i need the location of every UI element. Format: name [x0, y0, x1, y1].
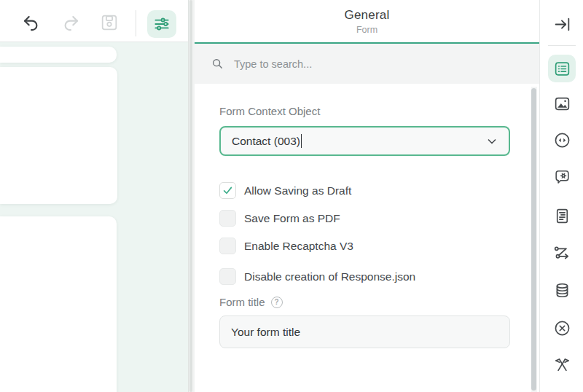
collapse-panel-icon	[553, 15, 571, 34]
tab-workflow[interactable]	[549, 240, 575, 266]
panel-header: General Form	[195, 0, 539, 44]
canvas-scrollbar-thumb[interactable]	[189, 0, 192, 392]
checkbox-group: Allow Saving as Draft Save Form as PDF	[219, 182, 510, 285]
toolbar	[0, 0, 188, 42]
toolbar-divider	[136, 10, 136, 36]
document-icon	[553, 207, 571, 225]
checkbox-label: Disable creation of Response.json	[244, 270, 415, 283]
chevron-down-icon	[485, 135, 498, 148]
image-icon	[553, 95, 571, 113]
close-circle-icon	[553, 319, 571, 337]
right-icon-sidebar	[539, 0, 583, 392]
canvas-card	[0, 216, 117, 392]
form-settings-button[interactable]	[147, 10, 176, 38]
general-settings-icon	[553, 60, 571, 78]
page-title: General	[195, 8, 539, 23]
tab-close-actions[interactable]	[549, 315, 575, 341]
checkbox-label: Enable Recaptcha V3	[244, 240, 353, 253]
checkbox-box[interactable]	[219, 210, 236, 227]
tab-document[interactable]	[549, 203, 575, 229]
panel-body: Form Context Object Contact (003)	[195, 84, 539, 391]
checkbox-disable-response-json[interactable]: Disable creation of Response.json	[219, 268, 510, 285]
checkbox-save-pdf[interactable]: Save Form as PDF	[219, 210, 510, 227]
tab-finish[interactable]	[549, 351, 575, 377]
form-title-input[interactable]: Your form title	[219, 315, 510, 348]
undo-button[interactable]	[20, 12, 42, 34]
redo-icon	[61, 13, 81, 33]
text-caret	[301, 134, 302, 148]
tab-general-settings[interactable]	[548, 55, 576, 82]
tab-comment-settings[interactable]	[549, 163, 575, 189]
context-object-label: Form Context Object	[219, 105, 510, 118]
tab-media-toggle[interactable]	[549, 127, 575, 153]
form-title-value: Your form title	[231, 326, 300, 339]
undo-icon	[21, 13, 41, 33]
settings-sliders-icon	[152, 15, 171, 34]
checkbox-recaptcha[interactable]: Enable Recaptcha V3	[219, 238, 510, 254]
search-placeholder: Type to search...	[234, 58, 312, 70]
canvas-card	[0, 47, 117, 63]
form-title-field: Form title ? Your form title	[219, 296, 510, 348]
redo-button[interactable]	[60, 12, 82, 34]
media-toggle-icon	[553, 131, 571, 149]
context-object-value: Contact (003)	[232, 135, 300, 148]
database-icon	[553, 281, 571, 299]
context-object-select[interactable]: Contact (003)	[219, 126, 510, 156]
canvas-card	[0, 67, 117, 204]
check-icon	[222, 185, 233, 196]
page-subtitle: Form	[195, 25, 539, 35]
comment-settings-icon	[553, 168, 571, 186]
checkbox-box[interactable]	[219, 182, 236, 199]
form-title-label: Form title	[219, 296, 265, 309]
tab-images[interactable]	[549, 90, 575, 117]
save-button[interactable]	[98, 12, 120, 34]
panel-scrollbar[interactable]	[531, 87, 537, 392]
checkbox-box[interactable]	[219, 238, 236, 254]
help-icon[interactable]: ?	[271, 297, 283, 308]
tab-data-source[interactable]	[549, 277, 575, 303]
search-input[interactable]: Type to search...	[195, 44, 539, 84]
checkbox-allow-saving-draft[interactable]: Allow Saving as Draft	[219, 182, 510, 199]
settings-panel: General Form Type to search... Form Cont…	[195, 0, 539, 392]
save-icon	[99, 12, 120, 33]
form-canvas	[0, 42, 188, 392]
workflow-icon	[552, 243, 571, 262]
search-icon	[211, 57, 224, 71]
panel-scrollbar-thumb[interactable]	[531, 88, 536, 391]
checkbox-box[interactable]	[219, 268, 236, 285]
checkbox-label: Save Form as PDF	[244, 212, 340, 225]
sidebar-divider	[548, 45, 576, 46]
checkbox-label: Allow Saving as Draft	[244, 184, 351, 197]
finish-flags-icon	[553, 356, 571, 374]
form-designer-app: General Form Type to search... Form Cont…	[0, 0, 583, 392]
collapse-panel-button[interactable]	[549, 11, 575, 37]
